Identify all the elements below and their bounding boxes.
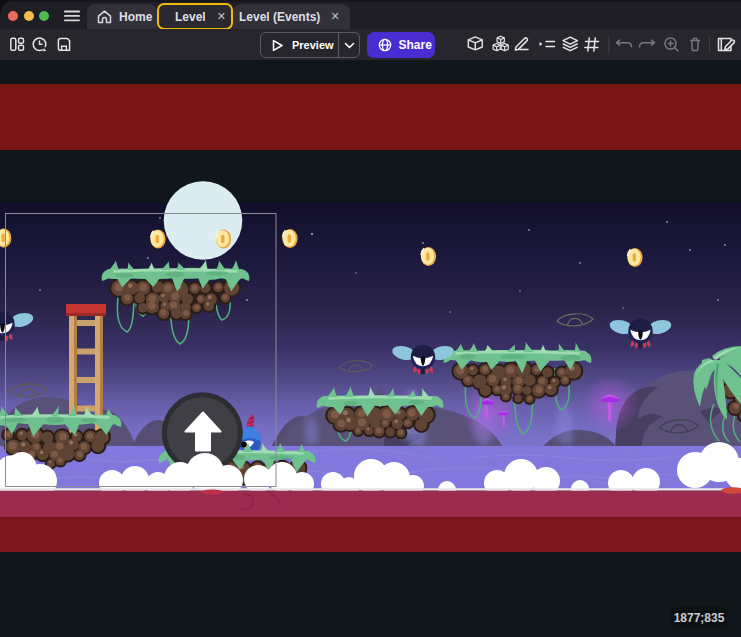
svg-text:1877;835: 1877;835 xyxy=(674,611,725,625)
